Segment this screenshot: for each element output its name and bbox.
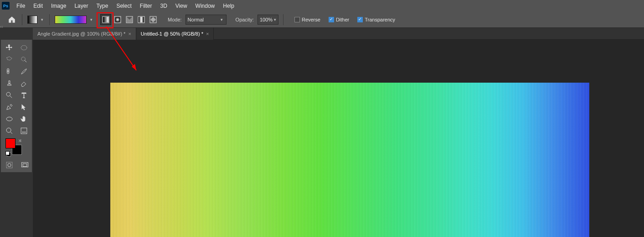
eraser-tool[interactable] [16,77,31,89]
svg-point-17 [25,132,25,132]
healing-brush-tool[interactable] [2,65,16,77]
clone-stamp-tool[interactable] [2,77,16,89]
type-tool[interactable] [16,89,31,101]
menu-layer[interactable]: Layer [70,1,92,11]
divider [22,14,22,25]
checkbox-icon [294,17,300,22]
collapse-chevron-icon[interactable]: ‹‹ [0,24,3,29]
checkbox-icon [329,17,334,22]
divider [49,14,50,25]
svg-point-3 [115,17,120,22]
color-swatches: ⤭ [5,138,31,157]
menu-help[interactable]: Help [219,1,238,11]
document-tab[interactable]: Angle Gradient.jpg @ 100% (RGB/8#) * × [33,28,136,40]
svg-rect-18 [6,162,12,168]
tab-label: Angle Gradient.jpg @ 100% (RGB/8#) * [37,31,125,37]
canvas-area[interactable] [33,40,644,237]
ellipse-tool[interactable] [2,113,16,125]
menu-3d[interactable]: 3D [156,1,171,11]
swap-colors-icon[interactable]: ⤭ [18,138,22,143]
document-tab[interactable]: Untitled-1 @ 50% (RGB/8) * × [136,28,214,40]
checkbox-icon [357,17,363,22]
default-colors-icon[interactable] [5,151,10,156]
menu-select[interactable]: Select [112,1,135,11]
pen-tool[interactable] [2,101,16,113]
gradient-angle-button[interactable] [124,14,135,25]
close-icon[interactable]: × [206,31,209,37]
menu-bar: Ps File Edit Image Layer Type Select Fil… [0,0,644,11]
gradient-type-group [100,14,159,25]
blend-mode-value: Normal [188,17,204,22]
hand-tool[interactable] [16,113,31,125]
document-tabs: Angle Gradient.jpg @ 100% (RGB/8#) * × U… [33,28,644,40]
divider [283,14,283,25]
transparency-checkbox[interactable]: Transparency [357,17,395,22]
svg-rect-6 [139,17,144,22]
reverse-label: Reverse [302,17,320,22]
menu-view[interactable]: View [171,1,191,11]
home-button[interactable] [6,14,17,25]
app-logo: Ps [2,2,10,10]
path-select-tool[interactable] [16,101,31,113]
menu-image[interactable]: Image [47,1,70,11]
menu-type[interactable]: Type [92,1,112,11]
gradient-diamond-button[interactable] [148,14,159,25]
blend-mode-select[interactable]: Normal ▾ [185,15,227,25]
gradient-tool-swatch[interactable] [27,14,38,25]
gradient-radial-button[interactable] [112,14,123,25]
svg-point-19 [7,163,10,166]
tools-panel: ⤭ [1,40,32,172]
chevron-down-icon: ▾ [219,17,224,22]
document-canvas[interactable] [110,83,589,237]
chevron-down-icon: ▾ [273,17,278,22]
brush-tool[interactable] [16,65,31,77]
gradient-reflected-button[interactable] [136,14,147,25]
options-bar: ▾ ▾ Mode: Normal ▾ Opacity: 100% ▾ [0,11,644,28]
menu-edit[interactable]: Edit [29,1,47,11]
mode-label: Mode: [168,17,182,22]
gradient-picker[interactable] [54,14,87,25]
edit-toolbar-button[interactable] [16,125,31,137]
lasso-tool[interactable] [2,53,16,65]
opacity-label: Opacity: [236,17,254,22]
svg-point-11 [6,92,10,96]
foreground-color-swatch[interactable] [5,138,15,148]
dodge-tool[interactable] [2,89,16,101]
menu-file[interactable]: File [12,1,29,11]
svg-point-15 [22,132,22,132]
svg-rect-1 [103,17,108,22]
gradient-linear-button[interactable] [100,14,111,25]
move-tool[interactable] [2,42,16,53]
chevron-down-icon[interactable]: ▾ [40,17,45,22]
transparency-label: Transparency [365,17,395,22]
dither-label: Dither [336,17,349,22]
chevron-down-icon[interactable]: ▾ [89,17,94,22]
screen-mode-button[interactable] [20,160,29,169]
quick-select-tool[interactable] [16,53,31,65]
reverse-checkbox[interactable]: Reverse [294,17,320,22]
svg-point-16 [23,132,24,132]
marquee-tool[interactable] [16,42,31,53]
tab-label: Untitled-1 @ 50% (RGB/8) * [141,31,203,37]
close-icon[interactable]: × [128,31,131,37]
svg-rect-14 [21,128,27,134]
opacity-value: 100% [260,17,273,22]
menu-filter[interactable]: Filter [136,1,156,11]
svg-rect-21 [23,163,27,166]
opacity-input[interactable]: 100% ▾ [258,15,278,25]
svg-point-12 [6,117,12,121]
svg-point-8 [21,45,27,50]
menu-window[interactable]: Window [191,1,219,11]
zoom-tool[interactable] [2,125,16,137]
quick-mask-button[interactable] [5,160,14,169]
dither-checkbox[interactable]: Dither [329,17,349,22]
svg-point-13 [6,128,11,132]
